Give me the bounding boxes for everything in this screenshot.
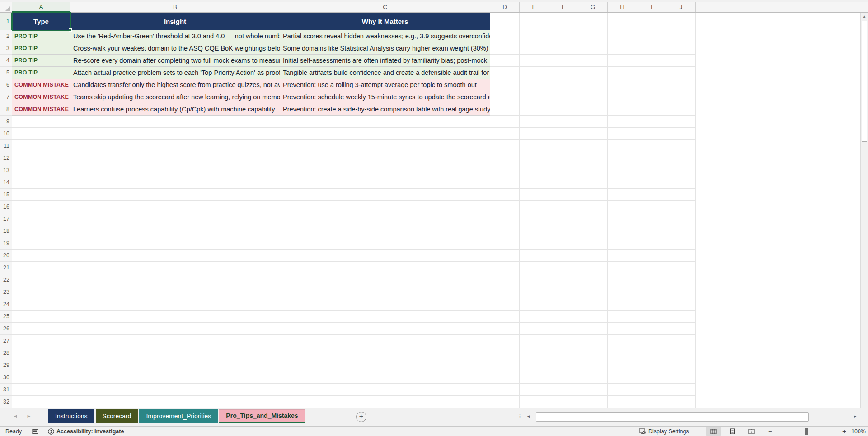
cell-J28[interactable]	[666, 347, 696, 359]
cell-G19[interactable]	[578, 237, 608, 250]
cell-E4[interactable]	[520, 55, 549, 67]
row-header-6[interactable]: 6	[0, 79, 12, 91]
cell-F20[interactable]	[549, 250, 578, 262]
cell-D28[interactable]	[490, 347, 520, 359]
cell-B10[interactable]	[70, 128, 280, 140]
cell-G24[interactable]	[578, 298, 608, 311]
cell-D2[interactable]	[490, 30, 520, 42]
cell-I24[interactable]	[637, 298, 666, 311]
cell-D3[interactable]	[490, 42, 520, 55]
row-header-21[interactable]: 21	[0, 262, 12, 274]
cell-I27[interactable]	[637, 335, 666, 347]
cell-H17[interactable]	[608, 213, 637, 225]
cell-J21[interactable]	[666, 262, 696, 274]
cell-B28[interactable]	[70, 347, 280, 359]
cell-J22[interactable]	[666, 274, 696, 286]
cell-F30[interactable]	[549, 371, 578, 384]
zoom-out-icon[interactable]: −	[768, 427, 772, 436]
table-header-cell-type[interactable]: Type	[12, 13, 70, 30]
cell-H31[interactable]	[608, 384, 637, 396]
column-header-A[interactable]: A	[12, 2, 70, 12]
hscroll-right-icon[interactable]: ►	[853, 414, 858, 419]
cell-B12[interactable]	[70, 152, 280, 164]
cell-E3[interactable]	[520, 42, 549, 55]
scroll-up-icon[interactable]: ▲	[861, 13, 868, 20]
row-header-19[interactable]: 19	[0, 237, 12, 250]
cell-A16[interactable]	[12, 201, 70, 213]
column-header-I[interactable]: I	[637, 2, 666, 12]
row-header-9[interactable]: 9	[0, 116, 12, 128]
cell-H2[interactable]	[608, 30, 637, 42]
cell-E6[interactable]	[520, 79, 549, 91]
cell-A12[interactable]	[12, 152, 70, 164]
cell-C18[interactable]	[280, 225, 490, 237]
cell-E12[interactable]	[520, 152, 549, 164]
cell-I13[interactable]	[637, 164, 666, 176]
cell-E17[interactable]	[520, 213, 549, 225]
cell-D32[interactable]	[490, 396, 520, 408]
cell-A32[interactable]	[12, 396, 70, 408]
cell-F14[interactable]	[549, 176, 578, 189]
cell-D12[interactable]	[490, 152, 520, 164]
row-header-12[interactable]: 12	[0, 152, 12, 164]
cell-J26[interactable]	[666, 323, 696, 335]
cell-C9[interactable]	[280, 116, 490, 128]
horizontal-scrollbar[interactable]	[534, 412, 851, 422]
cell-H32[interactable]	[608, 396, 637, 408]
cell-A14[interactable]	[12, 176, 70, 189]
cell-D29[interactable]	[490, 359, 520, 371]
cell-A18[interactable]	[12, 225, 70, 237]
cell-J9[interactable]	[666, 116, 696, 128]
cell-C13[interactable]	[280, 164, 490, 176]
cell-D14[interactable]	[490, 176, 520, 189]
column-header-G[interactable]: G	[578, 2, 608, 12]
row-header-5[interactable]: 5	[0, 67, 12, 79]
cell-D5[interactable]	[490, 67, 520, 79]
cell-I15[interactable]	[637, 189, 666, 201]
row-header-29[interactable]: 29	[0, 359, 12, 371]
row-header-4[interactable]: 4	[0, 55, 12, 67]
cell-G26[interactable]	[578, 323, 608, 335]
cell-insight-row5[interactable]: Attach actual practice problem sets to e…	[70, 67, 280, 79]
row-header-27[interactable]: 27	[0, 335, 12, 347]
cell-F6[interactable]	[549, 79, 578, 91]
cell-H23[interactable]	[608, 286, 637, 298]
cell-H8[interactable]	[608, 103, 637, 116]
cell-why-row8[interactable]: Prevention: create a side-by-side compar…	[280, 103, 490, 116]
row-header-11[interactable]: 11	[0, 140, 12, 152]
cell-E22[interactable]	[520, 274, 549, 286]
cell-E10[interactable]	[520, 128, 549, 140]
cell-G25[interactable]	[578, 311, 608, 323]
cell-I6[interactable]	[637, 79, 666, 91]
row-header-17[interactable]: 17	[0, 213, 12, 225]
cell-G13[interactable]	[578, 164, 608, 176]
cell-G3[interactable]	[578, 42, 608, 55]
cell-C12[interactable]	[280, 152, 490, 164]
row-header-30[interactable]: 30	[0, 371, 12, 384]
cell-B22[interactable]	[70, 274, 280, 286]
cell-B31[interactable]	[70, 384, 280, 396]
cell-I18[interactable]	[637, 225, 666, 237]
cell-D30[interactable]	[490, 371, 520, 384]
cell-A21[interactable]	[12, 262, 70, 274]
cell-B26[interactable]	[70, 323, 280, 335]
cell-I23[interactable]	[637, 286, 666, 298]
cell-D6[interactable]	[490, 79, 520, 91]
cell-F1[interactable]	[549, 13, 578, 30]
cell-G30[interactable]	[578, 371, 608, 384]
cell-B19[interactable]	[70, 237, 280, 250]
cell-A26[interactable]	[12, 323, 70, 335]
cell-F25[interactable]	[549, 311, 578, 323]
cell-G7[interactable]	[578, 91, 608, 103]
cell-B23[interactable]	[70, 286, 280, 298]
macro-record-icon[interactable]	[32, 427, 38, 436]
cell-G11[interactable]	[578, 140, 608, 152]
row-header-15[interactable]: 15	[0, 189, 12, 201]
cell-A23[interactable]	[12, 286, 70, 298]
cell-I22[interactable]	[637, 274, 666, 286]
cell-H26[interactable]	[608, 323, 637, 335]
cell-G18[interactable]	[578, 225, 608, 237]
row-header-8[interactable]: 8	[0, 103, 12, 116]
cell-F9[interactable]	[549, 116, 578, 128]
cell-E11[interactable]	[520, 140, 549, 152]
